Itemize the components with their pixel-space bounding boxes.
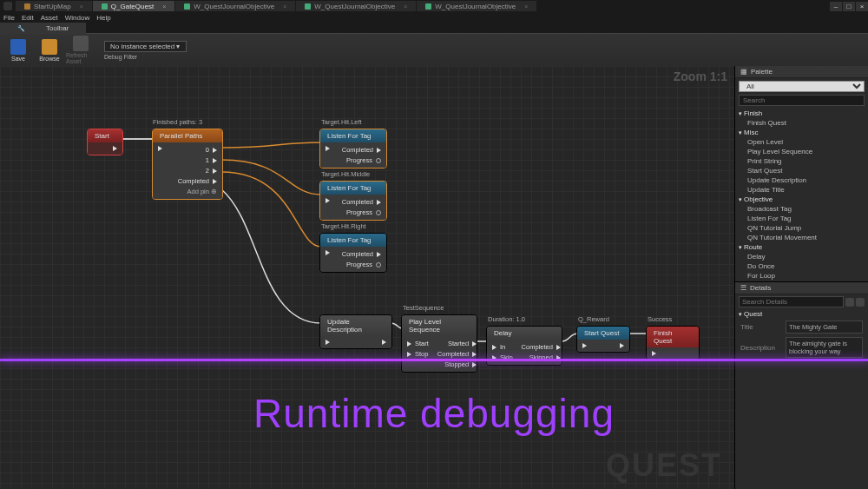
tab-icon <box>24 3 30 10</box>
eye-icon[interactable] <box>856 298 865 307</box>
palette-item[interactable]: Listen For Tag <box>735 214 868 223</box>
toolbar-tab: 🔧Toolbar <box>0 23 868 33</box>
node-title: Parallel Paths <box>153 129 222 142</box>
node-label: TestSequence <box>403 304 444 312</box>
details-row: DescriptionThe almighty gate is blocking… <box>735 335 868 360</box>
editor-tab[interactable]: W_QuestJournalObjective× <box>417 1 536 11</box>
menu-asset[interactable]: Asset <box>41 14 58 22</box>
details-search[interactable] <box>739 296 844 307</box>
editor-tab[interactable]: W_QuestJournalObjective× <box>296 1 416 11</box>
details-key: Description <box>740 344 780 352</box>
palette-item[interactable]: QN Tutorial Jump <box>735 223 868 233</box>
node-label: Q_Reward <box>578 315 609 323</box>
node-start[interactable]: Start <box>87 129 123 155</box>
toolbar: Save Browse Refresh Asset No instance se… <box>0 33 868 66</box>
node-title: Delay <box>487 327 562 340</box>
node-title: Start Quest <box>577 327 629 340</box>
details-tab[interactable]: ☰Details <box>735 282 868 294</box>
window-buttons: – □ × <box>829 2 868 11</box>
node-label: Duration: 1.0 <box>488 315 525 323</box>
refresh-asset-button[interactable]: Refresh Asset <box>66 36 95 64</box>
tab-icon <box>425 3 431 10</box>
palette-category[interactable]: Finish <box>735 109 868 118</box>
titlebar: StartUpMap×Q_GateQuest×W_QuestJournalObj… <box>0 0 868 12</box>
palette-category[interactable]: Route <box>735 242 868 252</box>
node-label: Target.Hit.Middle <box>321 170 370 178</box>
node-title: Listen For Tag <box>320 234 386 247</box>
menu-file[interactable]: File <box>3 14 15 22</box>
debug-filter-combo[interactable]: No instance selected ▾ <box>104 41 187 52</box>
search-icon[interactable] <box>845 298 854 307</box>
node-start-quest[interactable]: Start Quest <box>576 326 630 353</box>
editor-tab[interactable]: StartUpMap× <box>16 1 92 11</box>
palette-category-combo[interactable]: All <box>739 81 865 92</box>
palette-tab[interactable]: ▦Palette <box>735 66 868 78</box>
tab-icon <box>102 3 108 10</box>
overlay-banner: Runtime debugging <box>0 359 868 489</box>
palette-panel: ▦Palette All FinishFinish QuestMiscOpen … <box>735 66 868 281</box>
refresh-icon <box>73 36 89 51</box>
close-button[interactable]: × <box>856 2 868 11</box>
zoom-indicator: Zoom 1:1 <box>674 69 727 83</box>
palette-icon: ▦ <box>740 68 747 76</box>
menu-help[interactable]: Help <box>96 14 110 22</box>
palette-category[interactable]: Objective <box>735 195 868 204</box>
node-label: Target.Hit.Left <box>321 118 362 126</box>
node-title: Listen For Tag <box>320 129 386 142</box>
toolbar-tab-label[interactable]: 🔧Toolbar <box>0 23 86 34</box>
tab-icon <box>184 3 190 10</box>
tab-icon <box>305 3 311 10</box>
maximize-button[interactable]: □ <box>843 2 855 11</box>
node-label: Finished paths: 3 <box>153 118 202 126</box>
node-title: Start <box>88 129 122 142</box>
ue-logo <box>3 2 12 10</box>
palette-item[interactable]: Update Description <box>735 175 868 185</box>
node-title: Finish Quest <box>647 327 699 347</box>
palette-item[interactable]: For Loop <box>735 271 868 281</box>
palette-item[interactable]: Start Quest <box>735 166 868 175</box>
node-title: Play Level Sequence <box>402 315 477 336</box>
palette-item[interactable]: Finish Quest <box>735 118 868 128</box>
menu-window[interactable]: Window <box>65 14 89 22</box>
palette-item[interactable]: Print String <box>735 156 868 166</box>
palette-item[interactable]: Delay <box>735 252 868 261</box>
editor-tab[interactable]: W_QuestJournalObjective× <box>175 1 295 11</box>
editor-tab[interactable]: Q_GateQuest× <box>93 1 174 11</box>
debug-filter: No instance selected ▾ Debug Filter <box>104 41 187 60</box>
node-listen-for-tag[interactable]: Listen For Tag Completed Progress <box>319 129 387 169</box>
save-icon <box>10 39 26 55</box>
save-button[interactable]: Save <box>3 39 33 62</box>
browse-icon <box>42 39 57 55</box>
debug-filter-label: Debug Filter <box>104 54 187 60</box>
details-icon: ☰ <box>740 284 746 292</box>
palette-item[interactable]: QN Tutorial Movement <box>735 233 868 242</box>
palette-item[interactable]: Update Title <box>735 185 868 195</box>
palette-item[interactable]: Do Once <box>735 261 868 271</box>
browse-button[interactable]: Browse <box>35 39 64 62</box>
node-label: Success <box>648 315 672 323</box>
palette-search[interactable] <box>739 95 865 106</box>
menubar: FileEditAssetWindowHelp <box>0 12 868 23</box>
node-finish-quest[interactable]: Finish Quest <box>646 326 700 360</box>
node-title: Listen For Tag <box>320 182 386 195</box>
palette-item[interactable]: Open Level <box>735 137 868 147</box>
node-parallel-paths[interactable]: Parallel Paths 0 1 2 Completed Add pin ⊕ <box>152 129 223 200</box>
details-section-quest[interactable]: Quest <box>735 309 868 319</box>
node-title: Update Description <box>320 315 391 336</box>
menu-edit[interactable]: Edit <box>22 14 34 22</box>
palette-category[interactable]: Misc <box>735 128 868 137</box>
node-listen-for-tag[interactable]: Listen For Tag Completed Progress <box>319 181 387 221</box>
node-update-description[interactable]: Update Description <box>319 314 392 349</box>
node-listen-for-tag[interactable]: Listen For Tag Completed Progress <box>319 233 387 273</box>
details-row: TitleThe Mighty Gate <box>735 319 868 335</box>
palette-item[interactable]: Play Level Sequence <box>735 147 868 156</box>
overlay-text: Runtime debugging <box>0 390 868 437</box>
details-value[interactable]: The Mighty Gate <box>786 320 863 334</box>
details-value[interactable]: The almighty gate is blocking your way <box>786 337 863 358</box>
palette-item[interactable]: Broadcast Tag <box>735 204 868 214</box>
details-key: Title <box>740 323 780 331</box>
minimize-button[interactable]: – <box>830 2 842 11</box>
node-label: Target.Hit.Right <box>321 222 366 230</box>
